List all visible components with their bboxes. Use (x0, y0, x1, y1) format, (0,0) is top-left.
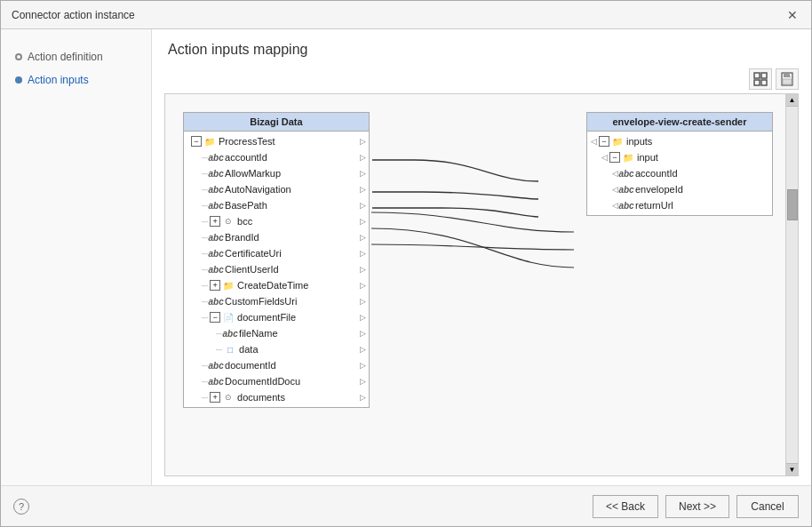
abc-icon-AllowMarkup: abc (210, 167, 222, 180)
connector-arrow-BasePath[interactable]: ▷ (358, 201, 367, 210)
folder-icon-input: 📁 (622, 151, 634, 164)
nav-label-action-definition: Action definition (28, 51, 103, 63)
content-area: Action definition Action inputs Action i… (1, 29, 811, 485)
tree-item-BasePath[interactable]: ─ abc BasePath ▷ (184, 197, 369, 213)
connector-arrow-DocumentIdDocu[interactable]: ▷ (358, 377, 367, 386)
tree-label-AutoNavigation: AutoNavigation (225, 184, 291, 195)
connector-arrow-bcc[interactable]: ▷ (358, 217, 367, 226)
tree-label-fileName: fileName (239, 328, 277, 339)
tree-label-data: data (239, 344, 258, 355)
tree-item-input[interactable]: ◁ − 📁 input (587, 149, 772, 165)
tree-item-documentFile[interactable]: ─ − 📄 documentFile ▷ (184, 309, 369, 325)
save-button[interactable] (776, 68, 799, 90)
connector-arrow-CustomFieldsUri[interactable]: ▷ (358, 297, 367, 306)
folder-icon-inputs: 📁 (611, 135, 624, 148)
tree-label-bcc: bcc (237, 216, 252, 227)
help-button[interactable]: ? (13, 499, 29, 515)
tree-item-ProcressTest[interactable]: − 📁 ProcressTest ▷ (184, 133, 369, 149)
tree-item-CertificateUri[interactable]: ─ abc CertificateUri ▷ (184, 245, 369, 261)
cancel-button[interactable]: Cancel (736, 495, 799, 518)
tree-item-CustomFieldsUri[interactable]: ─ abc CustomFieldsUri ▷ (184, 293, 369, 309)
nav-bullet-action-inputs (15, 76, 22, 84)
next-button[interactable]: Next >> (665, 495, 729, 518)
abc-icon-AutoNavigation: abc (210, 183, 222, 196)
envelope-panel-header: envelope-view-create-sender (587, 113, 772, 132)
tree-item-accountId[interactable]: ─ abc accountId ▷ (184, 149, 369, 165)
left-arrow-envelopeId[interactable]: ◁ (612, 185, 618, 194)
connector-arrow-fileName[interactable]: ▷ (358, 329, 367, 338)
svg-rect-3 (761, 80, 767, 85)
svg-rect-5 (784, 73, 791, 77)
tree-item-CreateDateTime[interactable]: ─ + 📁 CreateDateTime ▷ (184, 277, 369, 293)
bcc-icon-documents: ⊙ (222, 391, 235, 403)
expand-icon-ProcressTest[interactable]: − (191, 136, 202, 147)
expand-icon-input[interactable]: − (609, 152, 620, 163)
tree-label-inputs: inputs (626, 136, 652, 147)
connector-arrow-AllowMarkup[interactable]: ▷ (358, 169, 367, 178)
scroll-up-arrow[interactable]: ▲ (786, 94, 799, 107)
nav-item-action-definition[interactable]: Action definition (10, 47, 142, 67)
connector-arrow-documents[interactable]: ▷ (358, 393, 367, 402)
tree-item-fileName[interactable]: ─ abc fileName ▷ (184, 325, 369, 341)
abc-icon-documentId: abc (210, 359, 222, 371)
left-arrow-input[interactable]: ◁ (601, 153, 608, 162)
tree-item-documents[interactable]: ─ + ⊙ documents ▷ (184, 389, 369, 405)
tree-item-DocumentIdDocu[interactable]: ─ abc DocumentIdDocu ▷ (184, 373, 369, 389)
connector-arrow-data[interactable]: ▷ (358, 345, 367, 354)
expand-icon-CreateDateTime[interactable]: + (210, 280, 220, 291)
abc-icon-fileName: abc (224, 327, 236, 339)
tree-item-inputs[interactable]: ◁ − 📁 inputs (587, 133, 772, 149)
tree-label-r-accountId: accountId (635, 168, 678, 179)
left-arrow-r-accountId[interactable]: ◁ (612, 169, 618, 178)
expand-icon-documentFile[interactable]: − (210, 312, 220, 323)
mapping-container: ▲ ▼ (164, 93, 799, 476)
tree-item-AllowMarkup[interactable]: ─ abc AllowMarkup ▷ (184, 165, 369, 181)
title-bar: Connector action instance ✕ (1, 1, 811, 29)
tree-label-DocumentIdDocu: DocumentIdDocu (225, 376, 300, 387)
left-arrow-inputs[interactable]: ◁ (591, 137, 597, 146)
doc-icon-data: □ (224, 343, 236, 355)
svg-rect-6 (783, 79, 792, 84)
layout-button[interactable] (749, 68, 772, 90)
connector-arrow-ProcressTest[interactable]: ▷ (358, 137, 367, 146)
connector-arrow-AutoNavigation[interactable]: ▷ (358, 185, 367, 194)
tree-item-bcc[interactable]: ─ + ⊙ bcc ▷ (184, 213, 369, 229)
svg-rect-7 (790, 74, 792, 76)
tree-item-envelopeId[interactable]: ◁ abc envelopeId (587, 181, 772, 197)
expand-icon-inputs[interactable]: − (599, 136, 609, 147)
tree-label-CustomFieldsUri: CustomFieldsUri (225, 296, 297, 307)
left-arrow-returnUrl[interactable]: ◁ (612, 201, 618, 210)
connector-arrow-CreateDateTime[interactable]: ▷ (358, 281, 367, 290)
tree-item-documentId[interactable]: ─ abc documentId ▷ (184, 357, 369, 373)
save-icon (780, 72, 794, 86)
bizagi-data-panel: Bizagi Data − 📁 ProcressTest ▷ (183, 112, 370, 408)
canvas-area: Bizagi Data − 📁 ProcressTest ▷ (165, 94, 798, 475)
abc-icon-accountId: abc (210, 151, 222, 164)
scroll-down-arrow[interactable]: ▼ (786, 463, 799, 475)
connector-arrow-documentFile[interactable]: ▷ (358, 313, 367, 322)
scroll-thumb[interactable] (787, 189, 798, 220)
tree-item-AutoNavigation[interactable]: ─ abc AutoNavigation ▷ (184, 181, 369, 197)
scrollbar-right[interactable]: ▲ ▼ (785, 94, 798, 475)
tree-item-ClientUserId[interactable]: ─ abc ClientUserId ▷ (184, 261, 369, 277)
tree-item-returnUrl[interactable]: ◁ abc returnUrl (587, 197, 772, 213)
expand-icon-bcc[interactable]: + (210, 216, 220, 227)
tree-item-BrandId[interactable]: ─ abc BrandId ▷ (184, 229, 369, 245)
expand-icon-documents[interactable]: + (210, 392, 220, 403)
toolbar (152, 65, 811, 93)
tree-item-data[interactable]: ─ □ data ▷ (184, 341, 369, 357)
tree-label-envelopeId: envelopeId (635, 184, 683, 195)
abc-icon-ClientUserId: abc (210, 263, 222, 275)
back-button[interactable]: << Back (593, 495, 658, 518)
nav-bullet-action-definition (15, 53, 22, 60)
tree-label-input: input (637, 152, 658, 163)
connector-arrow-BrandId[interactable]: ▷ (358, 233, 367, 242)
close-button[interactable]: ✕ (784, 7, 800, 23)
connector-arrow-accountId[interactable]: ▷ (358, 153, 367, 162)
connector-arrow-ClientUserId[interactable]: ▷ (358, 265, 367, 274)
connector-arrow-CertificateUri[interactable]: ▷ (358, 249, 367, 258)
connector-arrow-documentId[interactable]: ▷ (358, 361, 367, 370)
nav-item-action-inputs[interactable]: Action inputs (10, 70, 142, 90)
bcc-icon: ⊙ (222, 215, 235, 228)
tree-item-r-accountId[interactable]: ◁ abc accountId (587, 165, 772, 181)
